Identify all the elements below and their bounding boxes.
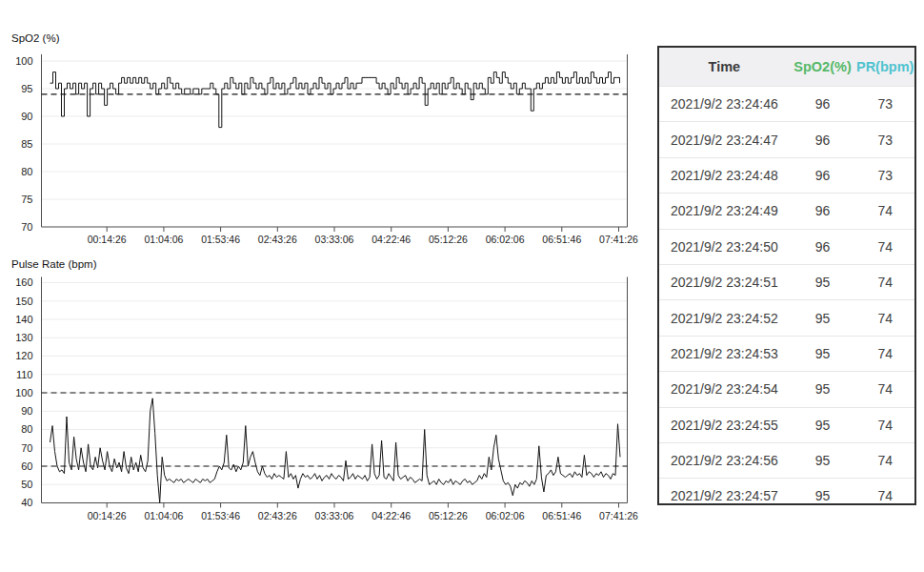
- x-tick-label: 02:43:26: [258, 234, 297, 245]
- y-tick-label: 95: [21, 83, 32, 94]
- y-tick-label: 120: [15, 350, 32, 361]
- x-tick-label: 02:43:26: [258, 510, 297, 521]
- table-row: 2021/9/2 23:24:519574: [659, 264, 914, 299]
- spo2-series-line: [50, 72, 620, 128]
- y-tick-label: 70: [21, 442, 32, 454]
- cell-pr: 73: [855, 122, 914, 157]
- x-tick-label: 07:41:26: [599, 234, 638, 245]
- cell-time: 2021/9/2 23:24:52: [659, 300, 790, 336]
- readings-table-card: Time SpO2(%) PR(bpm) 2021/9/2 23:24:4696…: [657, 46, 916, 505]
- cell-pr: 74: [855, 300, 914, 336]
- y-tick-label: 80: [21, 166, 32, 177]
- cell-pr: 74: [855, 229, 914, 264]
- readings-table: Time SpO2(%) PR(bpm) 2021/9/2 23:24:4696…: [659, 48, 914, 514]
- table-row: 2021/9/2 23:24:559574: [659, 407, 914, 442]
- y-tick-label: 90: [21, 405, 32, 417]
- cell-time: 2021/9/2 23:24:57: [659, 479, 790, 514]
- cell-time: 2021/9/2 23:24:54: [659, 372, 790, 407]
- cell-time: 2021/9/2 23:24:46: [659, 87, 790, 122]
- cell-pr: 73: [855, 157, 914, 193]
- pulse-series-line: [50, 398, 621, 503]
- cell-pr: 74: [855, 194, 914, 229]
- pulse-chart-title: Pulse Rate (bpm): [11, 258, 97, 270]
- table-row: 2021/9/2 23:24:579574: [659, 479, 914, 514]
- x-tick-label: 03:33:06: [315, 234, 354, 245]
- y-tick-label: 75: [21, 194, 32, 205]
- x-tick-label: 01:04:06: [144, 234, 183, 245]
- y-tick-label: 100: [15, 387, 32, 398]
- x-tick-label: 07:41:26: [599, 510, 638, 521]
- cell-pr: 74: [855, 442, 914, 478]
- cell-pr: 74: [855, 407, 914, 442]
- x-tick-label: 06:51:46: [542, 234, 581, 245]
- cell-time: 2021/9/2 23:24:49: [659, 194, 790, 229]
- x-tick-label: 01:53:46: [201, 234, 240, 245]
- y-tick-label: 160: [15, 276, 32, 288]
- table-row: 2021/9/2 23:24:509674: [659, 229, 914, 264]
- cell-spo2: 95: [790, 442, 856, 478]
- y-tick-label: 85: [21, 138, 32, 150]
- cell-pr: 73: [855, 87, 914, 122]
- table-row: 2021/9/2 23:24:469673: [659, 87, 914, 122]
- y-tick-label: 70: [21, 221, 32, 233]
- x-tick-label: 06:02:06: [486, 510, 525, 521]
- x-tick-label: 05:12:26: [429, 234, 468, 245]
- table-row: 2021/9/2 23:24:539574: [659, 336, 914, 371]
- cell-spo2: 96: [790, 157, 856, 193]
- cell-spo2: 95: [790, 300, 856, 336]
- cell-pr: 74: [855, 336, 914, 371]
- table-row: 2021/9/2 23:24:479673: [659, 122, 914, 157]
- x-tick-label: 06:51:46: [542, 510, 581, 521]
- table-header-row: Time SpO2(%) PR(bpm): [659, 48, 914, 87]
- table-row: 2021/9/2 23:24:569574: [659, 442, 914, 478]
- cell-time: 2021/9/2 23:24:56: [659, 442, 790, 478]
- y-tick-label: 90: [21, 111, 32, 122]
- x-tick-label: 04:22:46: [372, 234, 411, 245]
- y-tick-label: 100: [15, 55, 32, 67]
- cell-spo2: 95: [790, 407, 856, 442]
- cell-pr: 74: [855, 479, 914, 514]
- x-tick-label: 01:53:46: [201, 510, 240, 521]
- cell-spo2: 95: [790, 479, 856, 514]
- col-header-spo2: SpO2(%): [790, 48, 856, 87]
- cell-time: 2021/9/2 23:24:51: [659, 264, 790, 299]
- y-tick-label: 60: [21, 460, 32, 472]
- spo2-chart-title: SpO2 (%): [11, 32, 60, 44]
- y-tick-label: 40: [21, 497, 32, 508]
- cell-pr: 74: [855, 372, 914, 407]
- cell-time: 2021/9/2 23:24:53: [659, 336, 790, 371]
- table-row: 2021/9/2 23:24:489673: [659, 157, 914, 193]
- x-tick-label: 01:04:06: [144, 510, 183, 521]
- x-tick-label: 05:12:26: [429, 510, 468, 521]
- cell-spo2: 96: [790, 229, 856, 264]
- table-row: 2021/9/2 23:24:499674: [659, 194, 914, 229]
- x-tick-label: 00:14:26: [88, 234, 127, 245]
- cell-time: 2021/9/2 23:24:50: [659, 229, 790, 264]
- charts-panel: 70758085909510000:14:2601:04:0601:53:460…: [0, 0, 657, 572]
- cell-spo2: 96: [790, 194, 856, 229]
- cell-spo2: 95: [790, 336, 856, 371]
- y-tick-label: 140: [15, 314, 32, 325]
- vitals-report-page: { "chart_data": [ { "name": "spo2", "typ…: [0, 0, 924, 572]
- y-tick-label: 50: [21, 479, 32, 490]
- y-tick-label: 110: [16, 369, 33, 380]
- cell-spo2: 95: [790, 372, 856, 407]
- table-row: 2021/9/2 23:24:549574: [659, 372, 914, 407]
- y-tick-label: 80: [21, 423, 32, 435]
- x-tick-label: 00:14:26: [88, 510, 127, 521]
- cell-time: 2021/9/2 23:24:48: [659, 157, 790, 193]
- x-tick-label: 04:22:46: [372, 510, 411, 521]
- y-tick-label: 130: [15, 332, 32, 343]
- cell-time: 2021/9/2 23:24:55: [659, 407, 790, 442]
- col-header-time: Time: [659, 48, 790, 87]
- cell-spo2: 96: [790, 87, 856, 122]
- y-tick-label: 150: [15, 296, 32, 307]
- x-tick-label: 06:02:06: [486, 234, 525, 245]
- vitals-charts: 70758085909510000:14:2601:04:0601:53:460…: [0, 0, 657, 572]
- col-header-pr: PR(bpm): [855, 48, 914, 87]
- cell-time: 2021/9/2 23:24:47: [659, 122, 790, 157]
- cell-spo2: 95: [790, 264, 856, 299]
- cell-spo2: 96: [790, 122, 856, 157]
- table-row: 2021/9/2 23:24:529574: [659, 300, 914, 336]
- x-tick-label: 03:33:06: [315, 510, 354, 521]
